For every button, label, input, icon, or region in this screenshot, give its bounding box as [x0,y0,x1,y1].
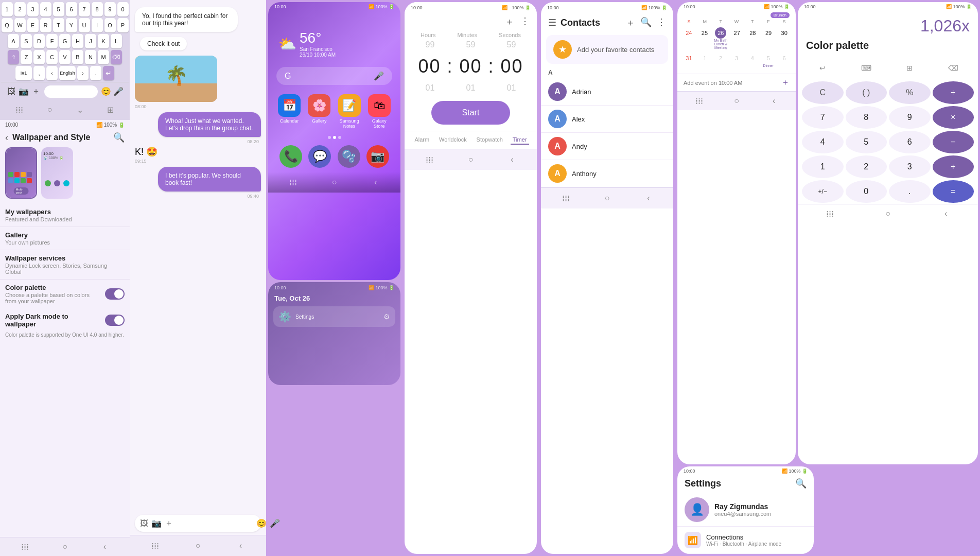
contact-row-alex[interactable]: A Alex [541,106,673,133]
key-8[interactable]: 8 [92,2,103,16]
tab-worldclock[interactable]: Worldclock [437,135,469,145]
chat-nav-home[interactable]: ○ [192,540,204,552]
key-p[interactable]: P [117,18,129,32]
key-x[interactable]: X [33,50,45,64]
timer-start-button[interactable]: Start [431,101,511,125]
key-3[interactable]: 3 [27,2,39,16]
key-4[interactable]: 4 [40,2,51,16]
wp-nav-back[interactable]: ‹ [98,541,111,553]
key-v[interactable]: V [59,50,71,64]
calc-keyboard-icon[interactable]: ⌨ [855,57,878,79]
contacts-search-icon[interactable]: 🔍 [640,16,652,29]
wp-back-button[interactable]: ‹ [5,132,8,143]
voice-search-icon[interactable]: 🎤 [374,71,384,81]
calc-formula-icon[interactable]: ⊞ [898,57,921,79]
app-galaxy-store[interactable]: 🛍 Galaxy Store [366,94,392,129]
calc-btn-plusminus[interactable]: +/− [802,180,844,203]
key-1[interactable]: 1 [2,2,13,16]
dock-bubble[interactable]: 🫧 [338,145,360,168]
cal-add-event-button[interactable]: ＋ [781,77,790,88]
chat-camera-icon[interactable]: 📷 [151,518,162,528]
wp-preview-light[interactable]: 10:00 📡 100% 🔋 [41,147,73,199]
clock-more-icon[interactable]: ⋮ [520,15,530,28]
phone-nav-home[interactable]: ○ [328,176,340,188]
phone-nav-back[interactable]: ‹ [370,176,382,188]
cal-cell-4[interactable]: 4 [745,51,760,68]
calc-btn-3[interactable]: 3 [889,155,931,178]
key-i[interactable]: I [92,18,103,32]
key-9[interactable]: 9 [104,2,116,16]
cal-cell-6[interactable]: 6 [777,51,792,68]
calc-btn-8[interactable]: 8 [846,106,887,129]
key-d[interactable]: D [33,34,45,48]
calc-btn-2[interactable]: 2 [846,155,887,178]
chat-voice-icon[interactable]: 🎤 [270,518,280,528]
calc-btn-equals[interactable]: = [933,180,974,203]
cal-nav-home[interactable]: ○ [730,95,743,107]
key-k[interactable]: K [98,34,109,48]
key-z[interactable]: Z [21,50,32,64]
contact-row-adrian[interactable]: A Adrian [541,78,673,106]
wp-services[interactable]: Wallpaper services Dynamic Lock screen, … [0,250,130,280]
comma-key[interactable]: , [33,66,45,80]
contacts-more-icon[interactable]: ⋮ [657,16,666,29]
settings-search-button[interactable]: 🔍 [795,478,807,489]
cal-cell-24[interactable]: 24 [681,26,696,50]
contact-row-anthony[interactable]: A Anthony [541,160,673,187]
nav-expand-icon[interactable]: ⌄ [74,103,86,116]
key-e[interactable]: E [27,18,39,32]
contact-row-andy[interactable]: A Andy [541,133,673,160]
calc-btn-5[interactable]: 5 [846,131,887,153]
dock-camera[interactable]: 📷 [366,145,389,168]
wp-nav-menu[interactable]: ⁞⁞⁞ [19,541,31,553]
language-key[interactable]: English [59,66,76,80]
notif-settings-card[interactable]: ⚙️ Settings ⚙ [273,306,395,327]
color-palette-toggle[interactable] [105,288,125,300]
app-gallery[interactable]: 🌸 Gallery [306,94,332,129]
cal-cell-27[interactable]: 27 [729,26,744,50]
calc-btn-6[interactable]: 6 [889,131,931,153]
calc-btn-minus[interactable]: − [933,131,974,153]
key-u[interactable]: U [79,18,90,32]
calc-btn-parens[interactable]: ( ) [846,81,887,104]
key-q[interactable]: Q [2,18,13,32]
key-c[interactable]: C [46,50,58,64]
calc-btn-0[interactable]: 0 [846,180,887,203]
chat-nav-back[interactable]: ‹ [235,540,247,552]
cal-cell-3[interactable]: 3 [729,51,744,68]
calc-nav-home[interactable]: ○ [882,207,894,220]
key-j[interactable]: J [85,34,96,48]
phone-search-bar[interactable]: G 🎤 [276,67,392,85]
notif-gear-icon[interactable]: ⚙ [383,312,390,321]
cal-cell-28[interactable]: 28 [745,26,760,50]
key-2[interactable]: 2 [14,2,26,16]
chat-text-input[interactable] [176,518,253,529]
cal-nav-menu[interactable]: ⁞⁞⁞ [693,95,705,107]
wp-search-button[interactable]: 🔍 [113,132,125,143]
cal-cell-1[interactable]: 1 [697,51,712,68]
enter-key[interactable]: ↵ [103,66,114,80]
contacts-nav-menu[interactable]: ⁞⁞⁞ [559,192,572,204]
camera-tool-icon[interactable]: 📷 [18,85,30,98]
nav-home-icon[interactable]: ○ [44,103,56,116]
key-5[interactable]: 5 [53,2,64,16]
dock-phone[interactable]: 📞 [279,145,302,168]
calc-btn-9[interactable]: 9 [889,106,931,129]
key-7[interactable]: 7 [79,2,90,16]
chat-photo-icon[interactable]: 🖼 [140,519,148,528]
key-y[interactable]: Y [66,18,77,32]
emoji-tool-icon[interactable]: 😊 [100,85,112,98]
key-s[interactable]: S [21,34,32,48]
cal-cell-31[interactable]: 31 [681,51,696,68]
text-input-field[interactable] [44,85,98,98]
key-h[interactable]: H [72,34,83,48]
chat-nav-menu[interactable]: ⁞⁞⁞ [149,540,162,552]
cal-cell-30[interactable]: 30 [777,26,792,50]
lang-right-key[interactable]: › [77,66,89,80]
phone-nav-menu[interactable]: ⁞⁞⁞ [287,176,299,188]
calc-btn-percent[interactable]: % [889,81,931,104]
nav-grid-icon[interactable]: ⊞ [104,103,117,116]
settings-item-connections[interactable]: 📶 Connections Wi-Fi · Bluetooth · Airpla… [677,527,814,554]
app-calendar[interactable]: 📅 Calendar [276,94,302,129]
settings-profile-row[interactable]: 👤 Ray Zigmundas oneu4@samsung.com [677,493,814,527]
